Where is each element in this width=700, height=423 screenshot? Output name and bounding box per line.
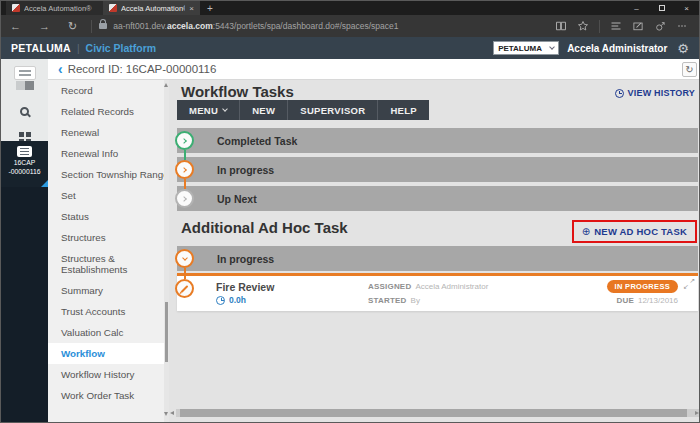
context-select[interactable]: PETALUMA	[493, 41, 559, 55]
expanded-status-icon	[175, 249, 194, 268]
sidebar-item-trust-accounts[interactable]: Trust Accounts	[48, 301, 164, 322]
agency-name: PETALUMA	[11, 42, 71, 54]
close-window-button[interactable]: ×	[674, 1, 699, 15]
task-name: Fire Review	[216, 281, 274, 293]
sidebar-item-summary[interactable]: Summary	[48, 280, 164, 301]
sidebar-item-workflow-history[interactable]: Workflow History	[48, 364, 164, 385]
new-ad-hoc-task-link[interactable]: ⊕ NEW AD HOC TASK	[582, 226, 687, 237]
browser-address-bar: ← → ↻ aa-nft001.dev.accela.com:5443/port…	[1, 15, 699, 37]
task-due: DUE 12/13/2016	[616, 296, 678, 305]
hours-clock-icon	[216, 296, 225, 305]
timeline-connector	[184, 268, 186, 279]
help-button[interactable]: HELP	[378, 100, 429, 120]
browser-window: Accela Automation® Accela Automation® × …	[0, 0, 700, 423]
back-icon[interactable]: ←	[1, 20, 30, 32]
tab-title: Accela Automation®	[121, 4, 185, 13]
scrollbar-thumb[interactable]	[180, 409, 687, 417]
maximize-button[interactable]	[649, 1, 674, 15]
plus-circle-icon: ⊕	[582, 227, 591, 237]
record-refresh-button[interactable]: ↻	[682, 62, 697, 77]
task-group-in-progress[interactable]: In progress	[177, 157, 698, 182]
more-options-icon[interactable]	[671, 20, 693, 32]
scroll-up-icon[interactable]	[164, 83, 168, 87]
pencil-icon	[181, 285, 189, 293]
sidebar-item-structures-establishments[interactable]: Structures & Establishments	[48, 248, 164, 280]
sidebar-item-record[interactable]: Record	[48, 80, 164, 101]
adhoc-task-card: Fire Review 0.0h ASSIGNED Accela Adminis…	[177, 273, 698, 311]
scroll-down-icon[interactable]	[164, 412, 168, 416]
task-hours: 0.0h	[216, 295, 246, 305]
adhoc-section-title: Additional Ad Hoc Task	[181, 219, 348, 236]
browser-tab-1[interactable]: Accela Automation®	[6, 1, 103, 15]
gear-icon[interactable]: ⚙	[677, 42, 689, 55]
timeline-connector	[184, 179, 186, 189]
menu-button[interactable]: MENU	[177, 100, 240, 120]
scroll-left-icon[interactable]	[170, 411, 174, 415]
sidebar-item-status[interactable]: Status	[48, 206, 164, 227]
sidebar-item-valuation-calc[interactable]: Valuation Calc	[48, 322, 164, 343]
task-assigned: ASSIGNED Accela Administrator	[368, 282, 488, 291]
expand-task-icon[interactable]: ↗ ↙	[683, 278, 695, 290]
close-tab-icon[interactable]: ×	[189, 4, 194, 13]
record-sidebar: Record Related Records Renewal Renewal I…	[48, 80, 164, 422]
launchpad-icon[interactable]	[14, 66, 36, 80]
minimize-button[interactable]: –	[624, 1, 649, 15]
accela-favicon	[12, 4, 20, 12]
rail-card-line2: -00000116	[1, 168, 48, 177]
share-icon[interactable]	[649, 20, 671, 32]
history-clock-icon	[615, 89, 624, 98]
chevron-down-icon	[549, 44, 555, 50]
sidebar-item-renewal[interactable]: Renewal	[48, 122, 164, 143]
rail-card-line1: 16CAP	[1, 159, 48, 168]
main-content: Workflow Tasks VIEW HISTORY MENU NEW SUP…	[169, 80, 700, 422]
lock-icon	[99, 23, 107, 29]
launchpad-tiles-icon	[16, 81, 34, 90]
sidebar-item-set[interactable]: Set	[48, 185, 164, 206]
hub-icon[interactable]	[605, 20, 627, 32]
context-select-value: PETALUMA	[498, 44, 542, 53]
favorites-star-icon[interactable]	[572, 20, 594, 32]
divider	[599, 20, 600, 33]
horizontal-scrollbar[interactable]	[176, 409, 700, 417]
sidebar-item-workflow[interactable]: Workflow	[48, 343, 164, 364]
task-group-completed[interactable]: Completed Task	[177, 128, 698, 153]
scrollbar-thumb[interactable]	[165, 302, 168, 362]
refresh-icon[interactable]: ↻	[59, 20, 86, 33]
supervisor-button[interactable]: SUPERVISOR	[288, 100, 378, 120]
sidebar-item-structures[interactable]: Structures	[48, 227, 164, 248]
status-badge: IN PROGRESS	[607, 280, 678, 293]
new-tab-button[interactable]: +	[200, 1, 220, 15]
product-name: Civic Platform	[86, 42, 157, 54]
sidebar-item-renewal-info[interactable]: Renewal Info	[48, 143, 164, 164]
record-header: ‹ Record ID: 16CAP-00000116 ↻	[48, 59, 700, 80]
active-corner-marker	[41, 180, 48, 187]
user-name: Accela Administrator	[567, 43, 667, 54]
sidebar-item-section-township-range[interactable]: Section Township Range	[48, 164, 164, 185]
sidebar-item-related-records[interactable]: Related Records	[48, 101, 164, 122]
sidebar-item-work-order-task[interactable]: Work Order Task	[48, 385, 164, 406]
window-controls: – ×	[624, 1, 699, 15]
workflow-toolbar: MENU NEW SUPERVISOR HELP	[177, 100, 429, 120]
task-group-up-next[interactable]: Up Next	[177, 186, 698, 211]
task-started: STARTED By	[368, 296, 420, 305]
annotation-highlight-box: ⊕ NEW AD HOC TASK	[572, 220, 697, 243]
adhoc-group-in-progress[interactable]: In progress	[177, 246, 698, 271]
reading-view-icon[interactable]	[550, 20, 572, 32]
forward-icon[interactable]: →	[30, 20, 59, 32]
accela-favicon	[109, 4, 117, 12]
divider: |	[77, 43, 80, 54]
completed-status-icon	[175, 131, 194, 150]
app-header: PETALUMA | Civic Platform PETALUMA Accel…	[1, 37, 699, 59]
new-button[interactable]: NEW	[240, 100, 288, 120]
in-progress-status-icon	[175, 160, 194, 179]
view-history-link[interactable]: VIEW HISTORY	[615, 88, 695, 98]
chevron-down-icon	[222, 106, 228, 112]
browser-tab-2-active[interactable]: Accela Automation® ×	[103, 1, 200, 15]
url-text[interactable]: aa-nft001.dev.accela.com:5443/portlets/s…	[113, 21, 398, 31]
back-chevron-icon[interactable]: ‹	[58, 62, 63, 76]
web-note-icon[interactable]	[627, 20, 649, 32]
record-rail-card[interactable]: 16CAP -00000116	[1, 141, 48, 187]
search-icon[interactable]	[20, 107, 29, 116]
edit-task-icon[interactable]	[175, 279, 194, 298]
scroll-right-icon[interactable]	[695, 411, 699, 415]
